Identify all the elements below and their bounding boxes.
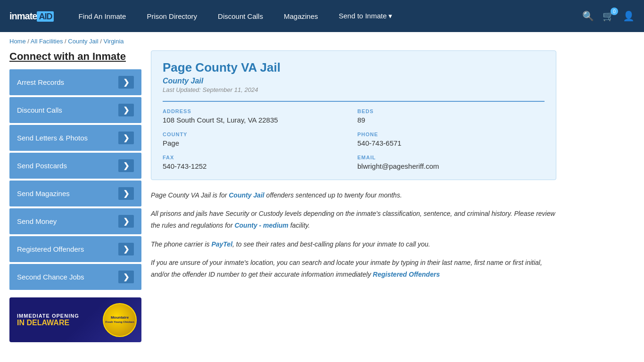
description-para2: All prisons and jails have Security or C… xyxy=(151,208,556,231)
user-icon[interactable]: 👤 xyxy=(623,10,635,22)
detail-fax-label: FAX xyxy=(163,155,350,160)
sidebar-arrow-icon: ❯ xyxy=(118,215,134,228)
navbar-links: Find An Inmate Prison Directory Discount… xyxy=(68,0,582,32)
navbar-icons: 🔍 🛒 0 👤 xyxy=(582,10,635,22)
breadcrumb-county-jail[interactable]: County Jail xyxy=(68,38,98,45)
desc-p3-before: The phone carrier is xyxy=(151,240,211,248)
sidebar-item-label: Send Postcards xyxy=(17,162,67,170)
cart-badge: 0 xyxy=(611,8,618,15)
sidebar-ad[interactable]: IMMEDIATE OPENING IN DELAWARE Mountaire … xyxy=(9,297,141,342)
description-para4: If you are unsure of your inmate's locat… xyxy=(151,257,556,280)
sidebar-item-send-letters[interactable]: Send Letters & Photos ❯ xyxy=(9,125,141,151)
facility-card: Page County VA Jail County Jail Last Upd… xyxy=(151,50,556,180)
desc-p4-text: If you are unsure of your inmate's locat… xyxy=(151,259,542,278)
sidebar-item-label: Send Money xyxy=(17,217,57,225)
logo[interactable]: inmateAID xyxy=(9,11,54,22)
ad-logo-text: Mountaire xyxy=(111,315,129,320)
sidebar-arrow-icon: ❯ xyxy=(118,76,134,89)
detail-phone: PHONE 540-743-6571 xyxy=(357,132,545,147)
sidebar-arrow-icon: ❯ xyxy=(118,243,134,255)
sidebar-item-discount-calls[interactable]: Discount Calls ❯ xyxy=(9,97,141,123)
content: Page County VA Jail County Jail Last Upd… xyxy=(151,50,556,342)
nav-discount-calls[interactable]: Discount Calls xyxy=(207,0,273,32)
sidebar: Connect with an Inmate Arrest Records ❯ … xyxy=(9,50,141,342)
desc-p2-link[interactable]: County - medium xyxy=(234,222,288,229)
sidebar-item-send-postcards[interactable]: Send Postcards ❯ xyxy=(9,153,141,179)
sidebar-arrow-icon: ❯ xyxy=(118,132,134,144)
ad-logo: Mountaire Fresh Young Chicken xyxy=(103,303,137,337)
sidebar-item-label: Arrest Records xyxy=(17,78,64,86)
detail-email-value: blwright@pagesheriff.com xyxy=(357,162,545,170)
detail-beds-value: 89 xyxy=(357,116,545,124)
sidebar-item-arrest-records[interactable]: Arrest Records ❯ xyxy=(9,69,141,95)
nav-magazines[interactable]: Magazines xyxy=(273,0,329,32)
detail-county: COUNTY Page xyxy=(163,132,350,147)
cart-icon[interactable]: 🛒 0 xyxy=(603,10,614,22)
breadcrumb: Home / All Facilities / County Jail / Vi… xyxy=(0,32,644,50)
sidebar-item-label: Send Magazines xyxy=(17,189,70,197)
facility-name: Page County VA Jail xyxy=(163,60,545,75)
description-para1: Page County VA Jail is for County Jail o… xyxy=(151,189,556,201)
breadcrumb-virginia[interactable]: Virginia xyxy=(103,38,124,45)
sidebar-arrow-icon: ❯ xyxy=(118,104,134,116)
sidebar-item-label: Registered Offenders xyxy=(17,245,84,253)
desc-p1-link[interactable]: County Jail xyxy=(229,191,264,199)
detail-email: EMAIL blwright@pagesheriff.com xyxy=(357,155,545,170)
sidebar-arrow-icon: ❯ xyxy=(118,271,134,283)
detail-fax-value: 540-743-1252 xyxy=(163,162,350,170)
desc-p3-link[interactable]: PayTel xyxy=(211,240,232,248)
sidebar-item-send-money[interactable]: Send Money ❯ xyxy=(9,208,141,234)
breadcrumb-all-facilities[interactable]: All Facilities xyxy=(31,38,63,45)
detail-phone-label: PHONE xyxy=(357,132,545,137)
description-para3: The phone carrier is PayTel, to see thei… xyxy=(151,239,556,250)
sidebar-item-label: Send Letters & Photos xyxy=(17,134,88,142)
detail-beds: BEDS 89 xyxy=(357,108,545,124)
logo-text: inmateAID xyxy=(9,11,54,22)
detail-phone-value: 540-743-6571 xyxy=(357,139,545,147)
detail-beds-label: BEDS xyxy=(357,108,545,114)
sidebar-item-label: Second Chance Jobs xyxy=(17,273,84,281)
detail-email-label: EMAIL xyxy=(357,155,545,160)
sidebar-item-send-magazines[interactable]: Send Magazines ❯ xyxy=(9,181,141,206)
sidebar-arrow-icon: ❯ xyxy=(118,187,134,200)
desc-p2-text: All prisons and jails have Security or C… xyxy=(151,210,555,229)
facility-type: County Jail xyxy=(163,77,545,85)
sidebar-arrow-icon: ❯ xyxy=(118,159,134,172)
nav-send-to-inmate[interactable]: Send to Inmate ▾ xyxy=(329,0,403,32)
detail-address: ADDRESS 108 South Court St, Luray, VA 22… xyxy=(163,108,350,124)
sidebar-item-registered-offenders[interactable]: Registered Offenders ❯ xyxy=(9,236,141,262)
ad-logo-subtext: Fresh Young Chicken xyxy=(105,321,134,324)
detail-address-label: ADDRESS xyxy=(163,108,350,114)
sidebar-menu: Arrest Records ❯ Discount Calls ❯ Send L… xyxy=(9,69,141,290)
desc-p4-link[interactable]: Registered Offenders xyxy=(373,271,440,278)
ad-line2: IN DELAWARE xyxy=(17,319,69,327)
detail-county-value: Page xyxy=(163,139,350,147)
sidebar-item-second-chance-jobs[interactable]: Second Chance Jobs ❯ xyxy=(9,264,141,290)
facility-updated: Last Updated: September 11, 2024 xyxy=(163,86,545,93)
navbar: inmateAID Find An Inmate Prison Director… xyxy=(0,0,644,32)
detail-county-label: COUNTY xyxy=(163,132,350,137)
ad-line1: IMMEDIATE OPENING xyxy=(17,313,79,319)
description: Page County VA Jail is for County Jail o… xyxy=(151,189,556,280)
facility-details: ADDRESS 108 South Court St, Luray, VA 22… xyxy=(163,101,545,170)
main-layout: Connect with an Inmate Arrest Records ❯ … xyxy=(0,50,566,352)
detail-fax: FAX 540-743-1252 xyxy=(163,155,350,170)
desc-p1-after: offenders sentenced up to twenty four mo… xyxy=(264,191,402,199)
desc-p3-after: , to see their rates and best-calling pl… xyxy=(232,240,430,248)
nav-find-an-inmate[interactable]: Find An Inmate xyxy=(68,0,136,32)
sidebar-item-label: Discount Calls xyxy=(17,106,62,114)
search-icon[interactable]: 🔍 xyxy=(582,10,594,22)
detail-address-value: 108 South Court St, Luray, VA 22835 xyxy=(163,116,350,124)
nav-prison-directory[interactable]: Prison Directory xyxy=(136,0,207,32)
desc-p2-after: facility. xyxy=(289,222,310,229)
desc-p1-before: Page County VA Jail is for xyxy=(151,191,229,199)
breadcrumb-home[interactable]: Home xyxy=(9,38,26,45)
sidebar-title: Connect with an Inmate xyxy=(9,50,141,63)
